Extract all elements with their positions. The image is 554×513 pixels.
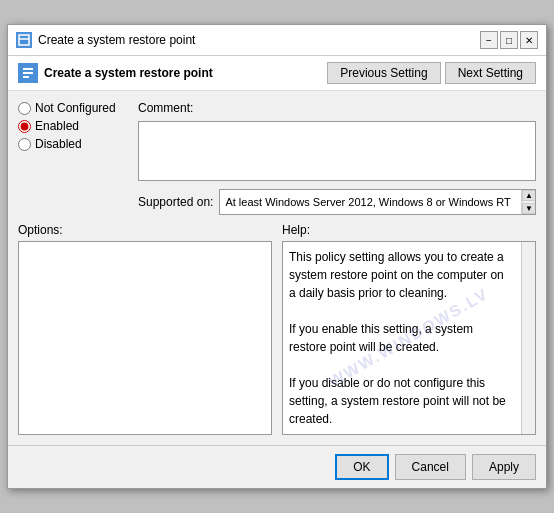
comment-section: Comment: Supported on: At least Windows … [138, 101, 536, 215]
enabled-radio[interactable] [18, 120, 31, 133]
disabled-option[interactable]: Disabled [18, 137, 128, 151]
svg-rect-4 [23, 72, 33, 74]
comment-label: Comment: [138, 101, 536, 115]
options-box [18, 241, 272, 435]
dialog-header-left: Create a system restore point [18, 63, 213, 83]
window-controls: − □ ✕ [480, 31, 538, 49]
maximize-button[interactable]: □ [500, 31, 518, 49]
dialog-footer: OK Cancel Apply [8, 445, 546, 488]
supported-value-box: At least Windows Server 2012, Windows 8 … [219, 189, 536, 215]
close-button[interactable]: ✕ [520, 31, 538, 49]
policy-icon [18, 63, 38, 83]
svg-rect-5 [23, 76, 29, 78]
help-text: This policy setting allows you to create… [289, 248, 529, 428]
supported-scrollbar: ▲ ▼ [521, 190, 535, 214]
comment-textarea[interactable] [138, 121, 536, 181]
dialog-title: Create a system restore point [44, 66, 213, 80]
help-title: Help: [282, 223, 536, 237]
config-comment-row: Not Configured Enabled Disabled Comment:… [18, 101, 536, 215]
options-help-row: Options: Help: WWW.WINDOWS.LV This polic… [18, 223, 536, 435]
scroll-down-arrow[interactable]: ▼ [522, 203, 536, 214]
not-configured-label: Not Configured [35, 101, 116, 115]
title-bar: Create a system restore point − □ ✕ [8, 25, 546, 56]
apply-button[interactable]: Apply [472, 454, 536, 480]
help-section: Help: WWW.WINDOWS.LV This policy setting… [282, 223, 536, 435]
minimize-button[interactable]: − [480, 31, 498, 49]
dialog-header: Create a system restore point Previous S… [8, 56, 546, 91]
help-box: WWW.WINDOWS.LV This policy setting allow… [282, 241, 536, 435]
disabled-radio[interactable] [18, 138, 31, 151]
dialog-window: Create a system restore point − □ ✕ Crea… [7, 24, 547, 489]
help-scrollbar [521, 242, 535, 434]
cancel-button[interactable]: Cancel [395, 454, 466, 480]
svg-rect-3 [23, 68, 33, 70]
ok-button[interactable]: OK [335, 454, 388, 480]
supported-row: Supported on: At least Windows Server 20… [138, 189, 536, 215]
enabled-label: Enabled [35, 119, 79, 133]
scroll-up-arrow[interactable]: ▲ [522, 190, 536, 201]
supported-label: Supported on: [138, 195, 213, 209]
supported-value-text: At least Windows Server 2012, Windows 8 … [225, 196, 526, 208]
options-section: Options: [18, 223, 272, 435]
not-configured-option[interactable]: Not Configured [18, 101, 128, 115]
disabled-label: Disabled [35, 137, 82, 151]
next-setting-button[interactable]: Next Setting [445, 62, 536, 84]
previous-setting-button[interactable]: Previous Setting [327, 62, 440, 84]
window-icon [16, 32, 32, 48]
options-title: Options: [18, 223, 272, 237]
window-title: Create a system restore point [38, 33, 474, 47]
not-configured-radio[interactable] [18, 102, 31, 115]
enabled-option[interactable]: Enabled [18, 119, 128, 133]
nav-buttons: Previous Setting Next Setting [327, 62, 536, 84]
dialog-body: Not Configured Enabled Disabled Comment:… [8, 91, 546, 445]
config-options: Not Configured Enabled Disabled [18, 101, 128, 215]
svg-rect-0 [19, 35, 29, 45]
